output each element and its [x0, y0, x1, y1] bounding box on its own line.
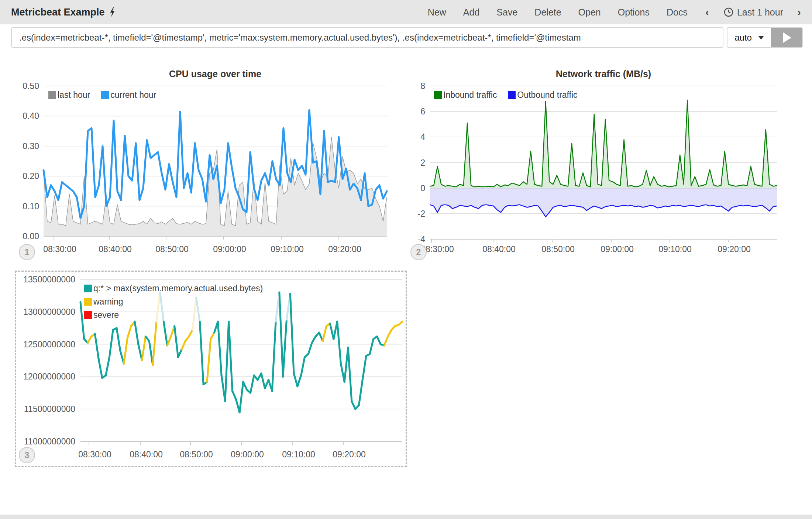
- chart2-title: Network traffic (MB/s): [430, 69, 777, 79]
- series-segment: [109, 330, 113, 357]
- x-tick-label: 09:00:00: [213, 244, 246, 254]
- series-segment: [233, 391, 236, 399]
- x-tick-label: 08:40:00: [130, 450, 163, 459]
- series-segment: [290, 294, 294, 374]
- series-segment: [189, 330, 193, 337]
- series-segment: [377, 337, 381, 344]
- legend-item: warning: [84, 297, 123, 307]
- series-segment: [308, 343, 312, 354]
- series-segment: [225, 322, 229, 401]
- chart1-legend: last hourcurrent hour: [48, 90, 156, 100]
- chart2-number-badge: 2: [410, 244, 427, 260]
- y-tick-label: 13500000000: [23, 275, 75, 284]
- y-tick-label: 2: [420, 158, 425, 168]
- series-segment: [362, 356, 366, 380]
- series-segment: [330, 323, 334, 339]
- legend-label: last hour: [58, 90, 90, 100]
- series-segment: [370, 339, 374, 354]
- series-segment: [261, 374, 265, 388]
- legend-label: warning: [93, 297, 123, 307]
- series-segment: [175, 326, 178, 357]
- x-tick-label: 08:50:00: [155, 244, 189, 254]
- x-tick-label: 08:50:00: [541, 244, 575, 254]
- chart3-number-badge: 3: [19, 447, 35, 463]
- y-tick-label: 8: [420, 81, 425, 91]
- series-segment: [294, 374, 297, 386]
- legend-item: current hour: [101, 90, 156, 100]
- series-segment: [243, 382, 247, 389]
- series-segment: [312, 337, 316, 343]
- series-area: [430, 188, 777, 217]
- x-tick-label: 08:30:00: [78, 450, 111, 459]
- x-tick-label: 09:10:00: [658, 244, 692, 254]
- series-segment: [124, 338, 128, 364]
- legend-label: Outbound traffic: [517, 90, 577, 100]
- series-segment: [250, 375, 254, 393]
- legend-swatch-icon: [508, 91, 516, 99]
- x-tick-label: 09:00:00: [231, 450, 264, 459]
- legend-label: q:* > max(system.memory.actual.used.byte…: [93, 283, 263, 293]
- y-tick-label: 0: [420, 183, 425, 193]
- network-traffic-chart[interactable]: 86420-2-408:30:0008:40:0008:50:0009:00:0…: [418, 81, 777, 254]
- legend-item: last hour: [48, 90, 90, 100]
- series-segment: [117, 328, 120, 351]
- y-tick-label: -4: [418, 234, 426, 244]
- x-tick-label: 08:30:00: [43, 244, 76, 254]
- series-segment: [211, 333, 214, 339]
- y-tick-label: 0.20: [23, 171, 39, 181]
- legend-swatch-icon: [101, 91, 109, 99]
- legend-item: Inbound traffic: [434, 90, 497, 100]
- y-tick-label: 11000000000: [24, 437, 75, 446]
- y-tick-label: 13000000000: [23, 307, 75, 317]
- legend-item: q:* > max(system.memory.actual.used.byte…: [84, 283, 263, 293]
- series-segment: [153, 322, 156, 365]
- series-segment: [99, 358, 102, 378]
- series-segment: [164, 322, 167, 346]
- chart1-title: CPU usage over time: [44, 69, 387, 79]
- legend-label: Inbound traffic: [443, 90, 497, 100]
- series-segment: [80, 302, 84, 339]
- legend-swatch-icon: [84, 298, 92, 306]
- series-segment: [178, 350, 182, 357]
- x-tick-label: 08:40:00: [99, 244, 132, 254]
- x-tick-label: 09:20:00: [333, 450, 366, 459]
- series-segment: [106, 357, 110, 375]
- y-tick-label: 0.40: [23, 111, 39, 121]
- series-segment: [207, 339, 211, 382]
- series-segment: [240, 382, 243, 412]
- y-tick-label: 11500000000: [24, 404, 75, 414]
- legend-label: severe: [93, 310, 119, 320]
- y-tick-label: 12000000000: [23, 372, 75, 381]
- y-tick-label: 0.10: [23, 202, 39, 211]
- series-segment: [297, 375, 301, 386]
- cpu-usage-chart[interactable]: 0.500.400.300.200.100.0008:30:0008:40:00…: [23, 81, 387, 254]
- horizontal-scrollbar[interactable]: [0, 515, 812, 519]
- y-tick-label: -2: [418, 209, 425, 219]
- x-tick-label: 09:10:00: [271, 244, 304, 254]
- chart2-legend: Inbound trafficOutbound traffic: [434, 90, 578, 100]
- series-segment: [301, 357, 305, 375]
- series-segment: [388, 330, 392, 337]
- y-tick-label: 0.50: [23, 81, 39, 91]
- series-segment: [127, 326, 131, 338]
- series-segment: [352, 401, 355, 409]
- series-segment: [272, 322, 276, 391]
- y-tick-label: 6: [420, 107, 425, 116]
- legend-swatch-icon: [48, 91, 56, 99]
- x-tick-label: 08:50:00: [180, 450, 213, 459]
- legend-item: Outbound traffic: [508, 90, 577, 100]
- series-segment: [399, 322, 402, 325]
- series-segment: [359, 380, 362, 405]
- series-segment: [95, 334, 99, 359]
- series-segment: [135, 322, 138, 344]
- series-segment: [182, 341, 185, 350]
- x-tick-label: 09:00:00: [601, 244, 634, 254]
- legend-swatch-icon: [84, 311, 92, 319]
- chart1-number-badge: 1: [19, 244, 35, 260]
- series-area: [430, 100, 777, 188]
- x-tick-label: 09:20:00: [718, 244, 751, 254]
- series-segment: [348, 347, 352, 401]
- series-segment: [323, 326, 326, 341]
- x-tick-label: 09:10:00: [282, 450, 315, 459]
- series-segment: [218, 322, 221, 375]
